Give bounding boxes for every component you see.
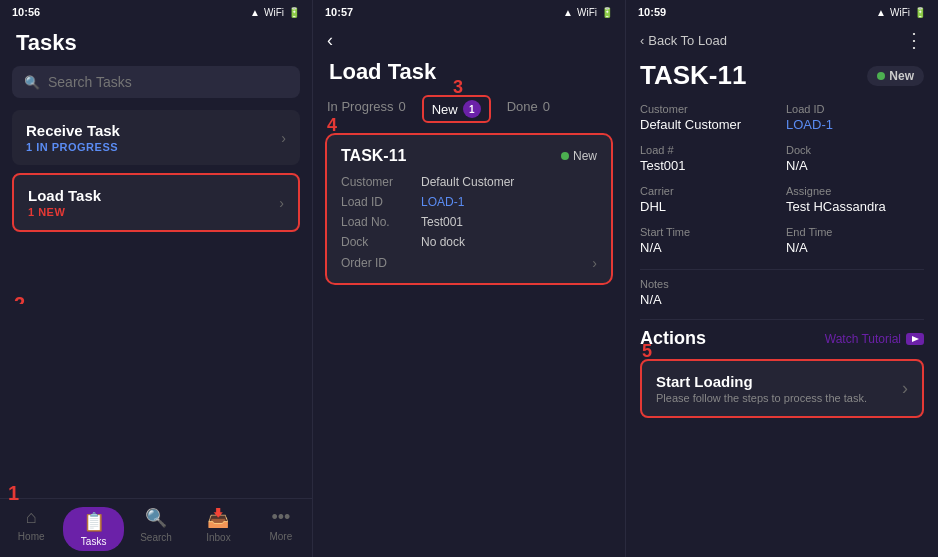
detail-value-loadid[interactable]: LOAD-1 [786, 117, 924, 132]
notes-label: Notes [640, 278, 924, 290]
actions-header: Actions Watch Tutorial [640, 328, 924, 349]
tasks-icon: 📋 [83, 511, 105, 533]
task-item-receive[interactable]: Receive Task 1 IN PROGRESS › [12, 110, 300, 165]
battery-icon-2: 🔋 [601, 7, 613, 18]
load-task-wrapper: 2 Load Task 1 NEW › [12, 173, 300, 232]
back-to-load-label: Back To Load [648, 33, 727, 48]
annotation-2: 2 [14, 293, 25, 304]
action-card-wrapper: 5 Start Loading Please follow the steps … [640, 359, 924, 418]
back-button-2[interactable]: ‹ [313, 22, 625, 55]
detail-label-dock: Dock [786, 144, 924, 156]
annotation-1: 1 [8, 482, 19, 505]
panel-load-task: 10:57 ▲ WiFi 🔋 ‹ Load Task 3 In Progress… [313, 0, 626, 557]
nav-tasks-label: Tasks [81, 536, 107, 547]
nav-search[interactable]: 🔍 Search [125, 507, 187, 551]
task-item-load[interactable]: Load Task 1 NEW › [12, 173, 300, 232]
more-icon: ••• [271, 507, 290, 528]
nav-search-label: Search [140, 532, 172, 543]
panel-tasks: 10:56 ▲ WiFi 🔋 Tasks 🔍 Receive Task 1 IN… [0, 0, 313, 557]
home-icon: ⌂ [26, 507, 37, 528]
order-id-chevron: › [592, 255, 597, 271]
dot-green-icon [561, 152, 569, 160]
field-order-id[interactable]: Order ID › [341, 255, 597, 271]
wifi-icon-2: WiFi [577, 7, 597, 18]
task-status-load: 1 NEW [28, 206, 101, 218]
detail-endtime: End Time N/A [786, 226, 924, 255]
field-label-dock: Dock [341, 235, 421, 249]
search-icon: 🔍 [24, 75, 40, 90]
wifi-icon-3: WiFi [890, 7, 910, 18]
detail-dock: Dock N/A [786, 144, 924, 173]
notes-section: Notes N/A [626, 274, 938, 315]
task-info-receive: Receive Task 1 IN PROGRESS [26, 122, 120, 153]
back-to-load-btn[interactable]: ‹ Back To Load [640, 33, 727, 48]
field-label-orderid: Order ID [341, 256, 421, 270]
detail-starttime: Start Time N/A [640, 226, 778, 255]
action-title: Start Loading [656, 373, 867, 390]
field-value-loadid[interactable]: LOAD-1 [421, 195, 464, 209]
action-card-info: Start Loading Please follow the steps to… [656, 373, 867, 404]
chevron-right-icon-load: › [279, 195, 284, 211]
bottom-nav-1: 1 ⌂ Home 📋 Tasks 🔍 Search 📥 Inbox ••• Mo… [0, 498, 312, 557]
status-bar-3: 10:59 ▲ WiFi 🔋 [626, 0, 938, 22]
task-name-load: Load Task [28, 187, 101, 204]
task-card-id: TASK-11 [341, 147, 407, 165]
inbox-icon: 📥 [207, 507, 229, 529]
signal-icon: ▲ [250, 7, 260, 18]
nav-inbox[interactable]: 📥 Inbox [187, 507, 249, 551]
svg-marker-0 [912, 336, 919, 342]
search-input[interactable] [48, 74, 288, 90]
detail-label-endtime: End Time [786, 226, 924, 238]
task-status-receive: 1 IN PROGRESS [26, 141, 120, 153]
signal-icon-2: ▲ [563, 7, 573, 18]
tab-done-count: 0 [543, 99, 550, 114]
field-label-loadno: Load No. [341, 215, 421, 229]
detail-label-loadnum: Load # [640, 144, 778, 156]
annotation-3: 3 [453, 77, 463, 98]
top-bar-3: ‹ Back To Load ⋮ [626, 22, 938, 56]
tab-done-label: Done [507, 99, 538, 114]
start-loading-card[interactable]: Start Loading Please follow the steps to… [640, 359, 924, 418]
chevron-right-icon: › [281, 130, 286, 146]
detail-value-carrier: DHL [640, 199, 778, 214]
nav-more-label: More [269, 531, 292, 542]
nav-tasks-bg: 📋 Tasks [63, 507, 125, 551]
field-customer: Customer Default Customer [341, 175, 597, 189]
search-bar[interactable]: 🔍 [12, 66, 300, 98]
nav-tasks[interactable]: 📋 Tasks [62, 507, 124, 551]
tab-in-progress[interactable]: In Progress 0 [327, 99, 406, 120]
field-label-loadid: Load ID [341, 195, 421, 209]
field-value-loadno: Test001 [421, 215, 463, 229]
video-icon [906, 333, 924, 345]
tab-new-badge: 1 [463, 100, 481, 118]
tab-done[interactable]: Done 0 [507, 99, 550, 120]
detail-label-assignee: Assignee [786, 185, 924, 197]
field-value-dock: No dock [421, 235, 465, 249]
task-card-11[interactable]: TASK-11 New Customer Default Customer Lo… [325, 133, 613, 285]
tab-in-progress-label: In Progress [327, 99, 393, 114]
battery-icon-3: 🔋 [914, 7, 926, 18]
watch-tutorial-btn[interactable]: Watch Tutorial [825, 332, 924, 346]
task-main-id-row: TASK-11 New [626, 56, 938, 97]
field-load-id: Load ID LOAD-1 [341, 195, 597, 209]
nav-more[interactable]: ••• More [250, 507, 312, 551]
divider-2 [640, 319, 924, 320]
time-3: 10:59 [638, 6, 666, 18]
task-status-pill: New [867, 66, 924, 86]
panel1-title: Tasks [0, 22, 312, 66]
field-label-customer: Customer [341, 175, 421, 189]
detail-label-carrier: Carrier [640, 185, 778, 197]
detail-grid: Customer Default Customer Load ID LOAD-1… [626, 97, 938, 265]
status-icons-2: ▲ WiFi 🔋 [563, 7, 613, 18]
detail-customer: Customer Default Customer [640, 103, 778, 132]
tab-in-progress-count: 0 [398, 99, 405, 114]
task-card-header: TASK-11 New [341, 147, 597, 165]
action-chevron-icon: › [902, 378, 908, 399]
task-new-label: New [573, 149, 597, 163]
detail-value-assignee: Test HCassandra [786, 199, 924, 214]
tab-new[interactable]: New 1 [422, 95, 491, 123]
wifi-icon: WiFi [264, 7, 284, 18]
search-nav-icon: 🔍 [145, 507, 167, 529]
nav-home[interactable]: ⌂ Home [0, 507, 62, 551]
more-dots-icon[interactable]: ⋮ [904, 28, 924, 52]
